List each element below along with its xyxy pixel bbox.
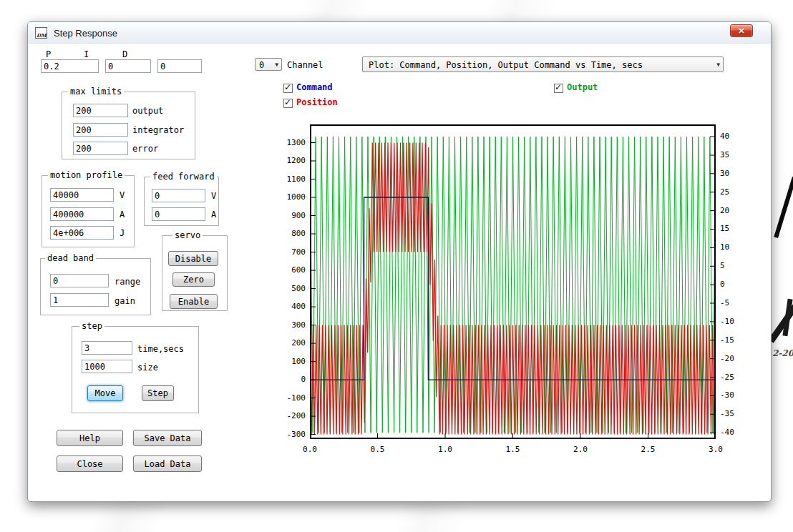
close-icon: × (738, 25, 746, 36)
window-title: Step Response (54, 28, 117, 39)
axis-tick-label: 1.5 (506, 445, 520, 454)
servo-disable-button[interactable]: Disable (168, 251, 218, 266)
axis-tick-label: 1.0 (438, 445, 452, 454)
axis-tick-label: 1200 (287, 156, 306, 165)
channel-select[interactable]: 0 ▼ (255, 58, 282, 71)
max-limits-group: max limits output integrator error (62, 92, 195, 159)
max-output-label: output (132, 106, 163, 116)
left-axis-labels: 1300120011001000900800700600500400300200… (274, 124, 306, 439)
axis-tick-label: 0 (720, 280, 725, 289)
step-size-label: size (137, 363, 158, 373)
i-input[interactable] (105, 59, 151, 73)
i-label: I (84, 49, 89, 59)
axis-tick-label: 900 (291, 211, 306, 220)
titlebar[interactable]: DM Step Response × (28, 22, 771, 44)
chevron-down-icon: ▼ (716, 61, 720, 68)
step-title: step (79, 321, 104, 331)
dead-band-title: dead band (45, 253, 96, 263)
jerk-input[interactable] (50, 226, 114, 240)
ff-acceleration-input[interactable] (152, 207, 205, 221)
ff-velocity-input[interactable] (152, 189, 205, 202)
command-checkbox[interactable] (283, 84, 293, 93)
axis-tick-label: 200 (291, 338, 306, 348)
servo-title: servo (172, 230, 203, 240)
move-button[interactable]: Move (87, 385, 123, 401)
axis-tick-label: 3.0 (709, 445, 723, 454)
step-response-window: DM Step Response × P I D 0 ▼ Channel Plo… (27, 21, 772, 502)
acceleration-unit-label: A (120, 210, 125, 220)
help-button[interactable]: Help (57, 430, 123, 446)
axis-tick-label: -20 (720, 354, 734, 363)
ff-velocity-unit-label: V (211, 191, 216, 201)
feed-forward-group: feed forward V A (144, 177, 219, 226)
velocity-unit-label: V (120, 190, 125, 200)
chart-area: 1300120011001000900800700600500400300200… (310, 124, 716, 439)
axis-tick-label: 20 (720, 206, 729, 215)
jerk-unit-label: J (120, 228, 125, 238)
load-data-button[interactable]: Load Data (133, 455, 202, 472)
feed-forward-title: feed forward (150, 172, 217, 182)
motion-profile-group: motion profile V A J (42, 175, 135, 247)
axis-tick-label: 0.5 (371, 445, 385, 454)
axis-tick-label: 800 (291, 229, 306, 238)
axis-tick-label: -10 (720, 317, 734, 326)
acceleration-input[interactable] (50, 207, 114, 221)
axis-tick-label: 1300 (287, 138, 306, 147)
close-window-button[interactable]: Close (57, 455, 123, 472)
close-button[interactable]: × (730, 24, 753, 37)
axis-tick-label: -35 (720, 409, 734, 418)
axis-tick-label: -100 (287, 393, 306, 403)
dead-band-gain-input[interactable] (50, 293, 109, 307)
dead-band-range-input[interactable] (50, 274, 109, 287)
p-input[interactable] (41, 59, 99, 73)
app-icon-text: DM (37, 32, 47, 39)
dead-band-gain-label: gain (115, 296, 135, 306)
plot-mode-select[interactable]: Plot: Command, Position, Output Command … (362, 56, 724, 72)
axis-tick-label: 35 (720, 150, 729, 159)
axis-tick-label: -5 (720, 298, 729, 307)
chevron-down-icon: ▼ (275, 61, 278, 68)
axis-tick-label: -15 (720, 335, 734, 345)
output-checkbox[interactable] (554, 84, 563, 93)
servo-zero-button[interactable]: Zero (172, 272, 215, 287)
step-time-label: time,secs (137, 344, 184, 354)
app-icon: DM (35, 27, 47, 39)
servo-enable-button[interactable]: Enable (170, 294, 218, 309)
axis-tick-label: 500 (291, 284, 306, 293)
axis-tick-label: 2.5 (641, 445, 656, 454)
axis-tick-label: -30 (720, 390, 734, 400)
axis-tick-label: -25 (720, 373, 734, 382)
step-button[interactable]: Step (142, 385, 174, 401)
servo-group: servo Disable Zero Enable (162, 235, 228, 311)
axis-tick-label: 1100 (287, 174, 306, 184)
axis-tick-label: 0.0 (303, 445, 317, 454)
velocity-input[interactable] (50, 188, 114, 202)
max-error-label: error (132, 144, 158, 154)
right-axis-labels: 4035302520151050-5-10-15-20-25-30-35-40 (720, 124, 749, 439)
dead-band-range-label: range (115, 277, 140, 287)
d-input[interactable] (157, 59, 202, 73)
save-data-button[interactable]: Save Data (133, 430, 202, 446)
watermark-stroke-icon (774, 177, 793, 238)
axis-tick-label: -200 (287, 411, 306, 420)
axis-tick-label: 40 (720, 132, 729, 141)
axis-tick-label: 700 (291, 247, 306, 257)
step-time-input[interactable] (82, 341, 132, 355)
position-legend-label: Position (296, 97, 338, 107)
max-integrator-label: integrator (132, 125, 184, 135)
axis-tick-label: 400 (291, 302, 306, 311)
axis-tick-label: 30 (720, 169, 729, 178)
motion-profile-title: motion profile (48, 170, 125, 180)
command-legend-label: Command (296, 82, 333, 92)
axis-tick-label: 300 (291, 320, 306, 330)
desktop-background: 2-2013 DM Step Response × P I D 0 ▼ Chan… (0, 0, 793, 532)
max-error-input[interactable] (73, 142, 128, 155)
axis-tick-label: 15 (720, 224, 729, 233)
output-legend-label: Output (567, 82, 598, 92)
max-output-input[interactable] (73, 104, 128, 117)
step-size-input[interactable] (82, 360, 132, 373)
axis-tick-label: 600 (291, 265, 306, 275)
max-integrator-input[interactable] (73, 123, 128, 137)
position-checkbox[interactable] (283, 99, 293, 108)
step-group: step time,secs size Move Step (72, 326, 199, 413)
